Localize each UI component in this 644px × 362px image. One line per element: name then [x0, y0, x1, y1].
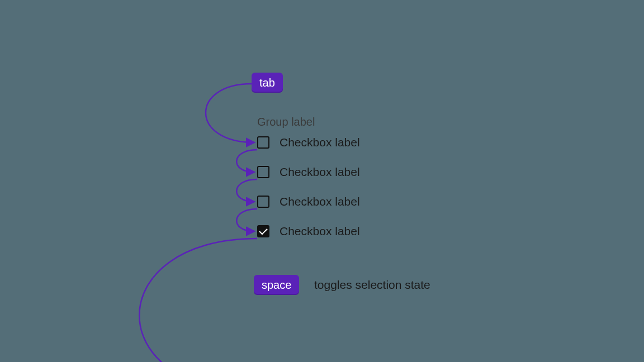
checkbox-label: Checkbox label — [280, 225, 360, 238]
checkbox-icon[interactable] — [257, 166, 269, 178]
checkbox-row: Checkbox label — [257, 225, 360, 238]
checkbox-row: Checkbox label — [257, 195, 360, 208]
diagram-stage: tab Group label Checkbox label Checkbox … — [0, 0, 644, 362]
checkbox-icon[interactable] — [257, 196, 269, 208]
checkbox-row: Checkbox label — [257, 136, 360, 149]
checkbox-label: Checkbox label — [280, 165, 360, 179]
checkbox-icon[interactable] — [257, 136, 269, 149]
checkbox-icon[interactable] — [257, 225, 269, 237]
space-description: toggles selection state — [314, 278, 430, 292]
flow-arrows — [0, 0, 644, 362]
checkbox-label: Checkbox label — [280, 136, 360, 149]
space-key: space — [254, 275, 299, 295]
group-label: Group label — [257, 116, 315, 128]
checkbox-row: Checkbox label — [257, 165, 360, 179]
tab-key: tab — [252, 73, 283, 93]
check-icon — [259, 226, 268, 235]
checkbox-label: Checkbox label — [280, 195, 360, 208]
